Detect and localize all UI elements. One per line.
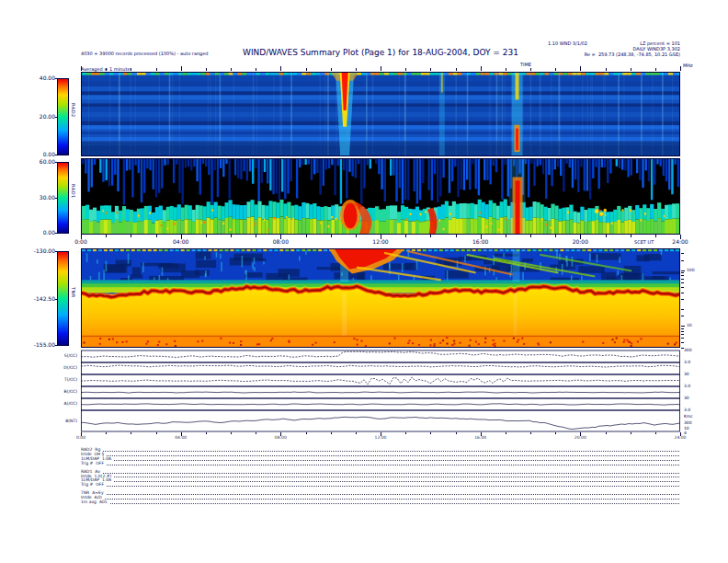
bottom-tick-mark xyxy=(131,432,131,434)
legend-row-value: ADL xyxy=(99,500,108,505)
top-tick-mark xyxy=(580,66,581,71)
wind-waves-summary-plot: 4030 + 39000 records processed (100%) - … xyxy=(0,0,728,563)
time-tick-label: 24:00 xyxy=(672,238,688,245)
bottom-time-tick-label: 12:00 xyxy=(375,435,387,440)
tnr-freq-tick-mark xyxy=(681,275,684,276)
scet-label: SCET UT xyxy=(634,240,654,246)
tnr-freq-tick-mark xyxy=(681,270,685,271)
tnr-freq-tick-mark xyxy=(681,272,684,273)
line-panel-left-label: D(/CC) xyxy=(48,366,77,371)
bottom-time-tick-label: 0:00 xyxy=(76,435,85,440)
page-title: WIND/WAVES Summary Plot (Page 1) for 18-… xyxy=(243,48,518,57)
bottom-tick-mark xyxy=(456,432,457,434)
legend-row-leader xyxy=(105,498,679,500)
tnr-freq-tick-mark xyxy=(681,279,684,280)
mid-tick-mark xyxy=(256,235,256,237)
mid-tick-mark xyxy=(631,235,631,237)
legend-row-label: 1m avg xyxy=(81,500,97,505)
bottom-tick-mark xyxy=(306,432,307,434)
legend-row-leader xyxy=(107,485,679,487)
colorbar-tick-label: 0.00 xyxy=(24,230,55,236)
tnr-panel-label: TNR xyxy=(71,287,76,298)
top-tick-mark xyxy=(181,66,182,71)
bottom-time-tick-label: 20:00 xyxy=(574,435,586,440)
top-tick-mark xyxy=(430,68,431,71)
colorbar-tick-label: 20.00 xyxy=(24,114,55,120)
tnr-freq-tick-mark xyxy=(681,282,684,283)
top-tick-mark xyxy=(381,66,381,71)
colorbar-tick-mark xyxy=(55,117,58,118)
mid-tick-mark xyxy=(156,235,157,237)
top-tick-mark xyxy=(356,68,357,71)
mid-tick-mark xyxy=(231,235,232,237)
legend-row-leader xyxy=(107,454,679,456)
colorbar-tick-label: -130.00 xyxy=(24,248,55,254)
status-line-panels xyxy=(81,350,680,432)
top-tick-mark xyxy=(331,68,332,71)
top-tick-mark xyxy=(405,68,406,71)
top-tick-mark xyxy=(306,68,307,71)
rad2-colorbar xyxy=(57,78,69,155)
tnr-colorbar xyxy=(57,251,69,346)
rad1-colorbar xyxy=(57,162,69,234)
legend-row-leader xyxy=(110,502,679,504)
top-tick-mark xyxy=(655,68,656,71)
line-panel-left-label: T(/CC) xyxy=(48,378,77,383)
top-tick-mark xyxy=(606,68,607,71)
top-tick-mark xyxy=(231,68,232,71)
colorbar-tick-label: 30.00 xyxy=(24,195,55,201)
bottom-tick-mark xyxy=(156,432,157,434)
line-panel-left-label: B(NT) xyxy=(48,419,77,424)
bottom-tick-mark xyxy=(506,432,506,434)
line-panel-left-label: A(/CC) xyxy=(48,402,77,407)
line-panel-right-tick-label: 30 xyxy=(684,373,689,377)
tnr-freq-tick-label: 100 xyxy=(687,269,695,273)
colorbar-tick-label: -155.00 xyxy=(24,342,55,348)
colorbar-tick-mark xyxy=(55,162,58,163)
rad2-spectrogram-image xyxy=(82,73,679,155)
top-tick-mark xyxy=(530,68,531,71)
bottom-tick-mark xyxy=(206,432,207,434)
line-panel-right-tick-label: Kmc xyxy=(684,415,693,419)
time-tick-label: 0:00 xyxy=(74,238,86,245)
bottom-tick-mark xyxy=(106,432,107,434)
tnr-freq-tick-mark xyxy=(681,316,684,316)
time-tick-label: 16:00 xyxy=(472,238,488,245)
header-left-line1: 4030 + 39000 records processed (100%) - … xyxy=(81,52,209,57)
mid-tick-mark xyxy=(506,235,506,237)
mid-tick-mark xyxy=(206,235,207,237)
colorbar-tick-mark xyxy=(55,78,58,79)
mid-tick-mark xyxy=(555,235,556,237)
bottom-tick-mark xyxy=(356,432,357,434)
legend-row-leader xyxy=(107,493,679,495)
tnr-spectrogram xyxy=(81,248,680,348)
time-axis-title: TIME xyxy=(520,63,531,68)
top-tick-mark xyxy=(680,66,681,71)
colorbar-tick-mark xyxy=(55,233,58,234)
legend-row-value: OFF xyxy=(96,483,104,488)
line-panel-left-label: S(/CC) xyxy=(48,354,77,359)
bottom-tick-mark xyxy=(555,432,556,434)
bottom-tick-mark xyxy=(606,432,607,434)
bottom-time-tick-label: 04:00 xyxy=(175,435,187,440)
tnr-freq-tick-mark xyxy=(681,309,684,310)
colorbar-tick-label: 60.00 xyxy=(24,159,55,165)
colorbar-tick-mark xyxy=(55,251,58,252)
tnr-freq-tick-mark xyxy=(681,293,684,293)
top-tick-mark xyxy=(481,66,482,71)
mid-tick-mark xyxy=(456,235,457,237)
legend-row-label: Trig # xyxy=(81,462,93,466)
mid-tick-mark xyxy=(530,235,531,237)
top-tick-mark xyxy=(631,68,631,71)
top-tick-mark xyxy=(206,68,207,71)
mid-tick-mark xyxy=(430,235,431,237)
bottom-tick-mark xyxy=(256,432,256,434)
top-tick-mark xyxy=(555,68,556,71)
legend-row-leader xyxy=(103,472,679,474)
header-re-end: Re = 259.73 (248.38, -74.85, 10.21 GSE) xyxy=(585,52,680,58)
top-tick-mark xyxy=(156,68,157,71)
mid-tick-mark xyxy=(306,235,307,237)
top-tick-mark xyxy=(280,66,281,71)
header-version: 1.10 WND 3/1/02 xyxy=(548,41,587,47)
tnr-freq-tick-mark xyxy=(681,299,684,300)
